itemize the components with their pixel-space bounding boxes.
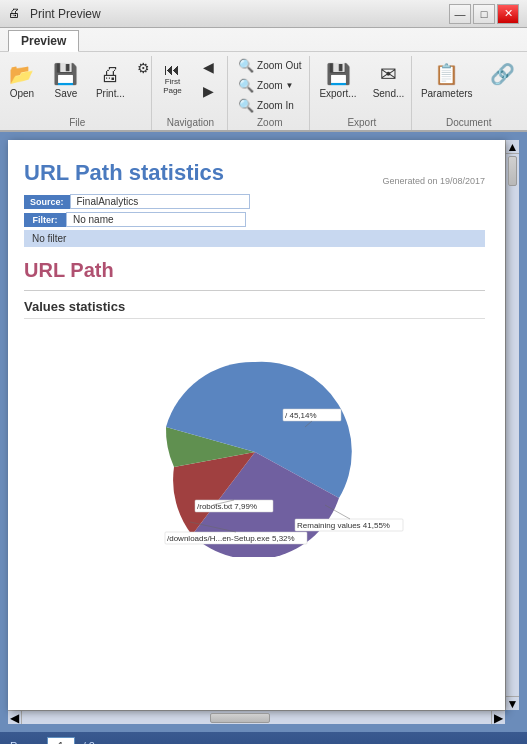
document-group-label: Document [446,117,492,128]
source-label: Source: [24,195,70,209]
h-scrollbar-thumb[interactable] [210,713,270,723]
zoom-in-icon: 🔍 [238,98,254,113]
window-controls: — □ ✕ [449,4,519,24]
export-icon: 💾 [324,60,352,88]
app-icon: 🖨 [8,6,24,22]
ribbon-group-navigation: ⏮ FirstPage ◀ ▶ Navigation [154,56,229,130]
label-text-root: / 45,14% [285,411,317,420]
ribbon-tabs: Preview [0,28,527,52]
total-pages: / 2 [83,740,95,744]
zoom-buttons: 🔍 Zoom Out 🔍 Zoom ▼ 🔍 Zoom In [233,56,306,115]
source-value: FinalAnalytics [70,194,250,209]
ribbon-group-document: 📋 Parameters 🔗 Document [414,56,523,130]
file-buttons: 📂 Open 💾 Save 🖨 Print... ⚙ [1,56,154,115]
maximize-button[interactable]: □ [473,4,495,24]
document-buttons: 📋 Parameters 🔗 [414,56,524,115]
filter-value: No name [66,212,246,227]
filter-bar: No filter [24,230,485,247]
filter-label: Filter: [24,213,66,227]
section-title: URL Path [24,259,485,282]
horizontal-scrollbar[interactable]: ◀ ▶ [8,710,505,724]
open-button[interactable]: 📂 Open [1,56,43,103]
zoom-out-icon: 🔍 [238,58,254,73]
v-scrollbar-track [506,154,519,696]
ribbon: Preview 📂 Open 💾 Save 🖨 Print... ⚙ [0,28,527,132]
print-options-button[interactable]: ⚙ [134,56,154,80]
print-button[interactable]: 🖨 Print... [89,56,132,103]
scroll-left-button[interactable]: ◀ [8,711,22,724]
main-area: URL Path statistics Generated on 19/08/2… [0,132,527,732]
label-text-downloads: /downloads/H...en-Setup.exe 5,32% [167,534,295,543]
scroll-container: URL Path statistics Generated on 19/08/2… [8,140,505,724]
next-page-button[interactable]: ▶ [191,80,225,102]
send-icon: ✉ [374,60,402,88]
ribbon-group-file: 📂 Open 💾 Save 🖨 Print... ⚙ File [4,56,152,130]
window-title: Print Preview [30,7,449,21]
current-page-input[interactable] [47,737,75,744]
first-page-button[interactable]: ⏮ FirstPage [155,59,189,99]
minimize-button[interactable]: — [449,4,471,24]
doc2-icon: 🔗 [489,60,517,88]
export-group-label: Export [347,117,376,128]
export-button[interactable]: 💾 Export... [312,56,363,103]
page-container: URL Path statistics Generated on 19/08/2… [8,140,505,710]
zoom-group-label: Zoom [257,117,283,128]
scroll-down-button[interactable]: ▼ [506,696,519,710]
title-bar: 🖨 Print Preview — □ ✕ [0,0,527,28]
ribbon-group-export: 💾 Export... ✉ Send... Export [312,56,412,130]
prev-icon: ◀ [203,59,214,75]
scroll-up-button[interactable]: ▲ [506,140,519,154]
file-group-label: File [69,117,85,128]
export-buttons: 💾 Export... ✉ Send... [312,56,411,115]
vertical-scrollbar[interactable]: ▲ ▼ [505,140,519,710]
tab-preview[interactable]: Preview [8,30,79,52]
scroll-right-button[interactable]: ▶ [491,711,505,724]
v-scrollbar-thumb[interactable] [508,156,517,186]
filter-row: Filter: No name [24,212,485,227]
status-bar: Page: / 2 [0,732,527,744]
prev-page-button[interactable]: ◀ [191,56,225,78]
first-page-icon: ⏮ [164,62,180,78]
save-button[interactable]: 💾 Save [45,56,87,103]
label-text-robots: /robots.txt 7,99% [197,502,257,511]
ribbon-group-zoom: 🔍 Zoom Out 🔍 Zoom ▼ 🔍 Zoom In Zoom [230,56,310,130]
page-content: URL Path statistics Generated on 19/08/2… [8,140,505,587]
ribbon-content: 📂 Open 💾 Save 🖨 Print... ⚙ File [0,52,527,130]
gear-icon: ⚙ [137,60,150,76]
zoom-in-button[interactable]: 🔍 Zoom In [233,96,299,115]
close-button[interactable]: ✕ [497,4,519,24]
label-text-remaining: Remaining values 41,55% [297,521,390,530]
h-scrollbar-track [22,711,491,724]
parameters-button[interactable]: 📋 Parameters [414,56,480,103]
page-label: Page: [10,740,39,744]
parameters-icon: 📋 [433,60,461,88]
section-divider [24,290,485,291]
open-icon: 📂 [8,60,36,88]
save-icon: 💾 [52,60,80,88]
navigation-group-label: Navigation [167,117,214,128]
zoom-out-button[interactable]: 🔍 Zoom Out [233,56,306,75]
doc2-button[interactable]: 🔗 [482,56,524,92]
page-title: URL Path statistics [24,160,224,186]
zoom-button[interactable]: 🔍 Zoom ▼ [233,76,298,95]
pie-chart: / 45,14% Remaining values 41,55% /robots… [85,337,425,557]
print-icon: 🖨 [96,60,124,88]
chart-container: / 45,14% Remaining values 41,55% /robots… [24,327,485,567]
subsection-title: Values statistics [24,299,485,319]
next-icon: ▶ [203,83,214,99]
zoom-icon: 🔍 [238,78,254,93]
source-row: Source: FinalAnalytics [24,194,485,209]
nav-buttons: ⏮ FirstPage ◀ ▶ [155,56,225,115]
send-button[interactable]: ✉ Send... [366,56,412,103]
